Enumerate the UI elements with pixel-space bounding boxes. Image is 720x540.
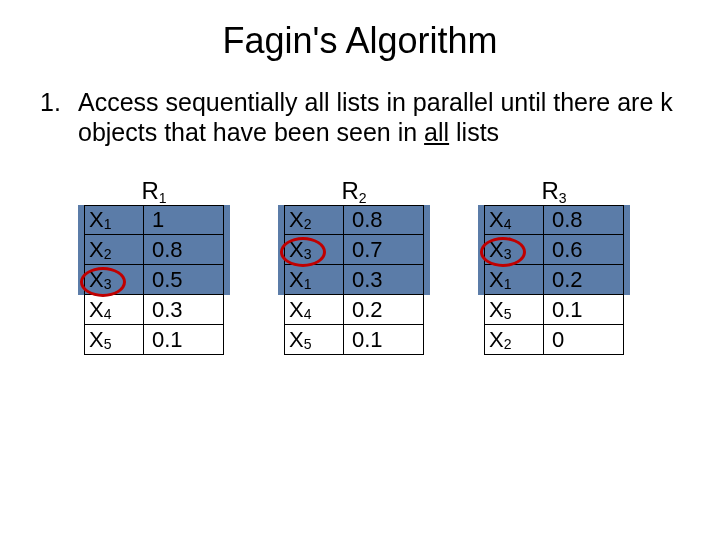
- table-row: X50.1: [484, 295, 624, 325]
- step-description: 1. Access sequentially all lists in para…: [40, 87, 680, 147]
- object-id-cell: X1: [84, 205, 144, 235]
- table-row: X30.5: [84, 265, 224, 295]
- table-row: X30.6: [484, 235, 624, 265]
- body-mid: objects that have been seen in: [78, 118, 424, 146]
- list-title: R3: [484, 177, 624, 205]
- page-title: Fagin's Algorithm: [40, 20, 680, 62]
- object-id-cell: X2: [284, 205, 344, 235]
- object-id-cell: X5: [484, 295, 544, 325]
- body-prefix: Access sequentially all lists in paralle…: [78, 88, 660, 116]
- table-row: X11: [84, 205, 224, 235]
- score-cell: 0.8: [144, 235, 224, 265]
- score-cell: 0.8: [344, 205, 424, 235]
- score-cell: 0.7: [344, 235, 424, 265]
- score-cell: 0.3: [144, 295, 224, 325]
- score-cell: 1: [144, 205, 224, 235]
- object-id-cell: X1: [484, 265, 544, 295]
- object-id-cell: X3: [84, 265, 144, 295]
- table-row: X10.3: [284, 265, 424, 295]
- step-number: 1.: [40, 87, 78, 147]
- table-row: X40.8: [484, 205, 624, 235]
- score-cell: 0.3: [344, 265, 424, 295]
- body-k: k: [660, 88, 673, 116]
- object-id-cell: X3: [484, 235, 544, 265]
- list-title: R2: [284, 177, 424, 205]
- ranked-list: R2X20.8X30.7X10.3X40.2X50.1: [284, 177, 424, 355]
- slide: Fagin's Algorithm 1. Access sequentially…: [0, 0, 720, 375]
- object-id-cell: X3: [284, 235, 344, 265]
- table-row: X20.8: [284, 205, 424, 235]
- score-cell: 0.6: [544, 235, 624, 265]
- object-id-cell: X4: [484, 205, 544, 235]
- table-row: X40.2: [284, 295, 424, 325]
- table-row: X20.8: [84, 235, 224, 265]
- score-cell: 0.2: [344, 295, 424, 325]
- table-row: X50.1: [84, 325, 224, 355]
- object-id-cell: X4: [284, 295, 344, 325]
- score-cell: 0: [544, 325, 624, 355]
- score-cell: 0.2: [544, 265, 624, 295]
- score-cell: 0.1: [144, 325, 224, 355]
- object-id-cell: X1: [284, 265, 344, 295]
- table-row: X50.1: [284, 325, 424, 355]
- object-id-cell: X5: [284, 325, 344, 355]
- tables-container: R1X11X20.8X30.5X40.3X50.1R2X20.8X30.7X10…: [40, 177, 680, 355]
- score-cell: 0.5: [144, 265, 224, 295]
- body-suffix: lists: [449, 118, 499, 146]
- step-text: Access sequentially all lists in paralle…: [78, 87, 680, 147]
- object-id-cell: X5: [84, 325, 144, 355]
- body-all: all: [424, 118, 449, 146]
- table-row: X20: [484, 325, 624, 355]
- score-cell: 0.1: [544, 295, 624, 325]
- table-row: X30.7: [284, 235, 424, 265]
- ranked-list: R1X11X20.8X30.5X40.3X50.1: [84, 177, 224, 355]
- object-id-cell: X2: [84, 235, 144, 265]
- ranked-list: R3X40.8X30.6X10.2X50.1X20: [484, 177, 624, 355]
- list-title: R1: [84, 177, 224, 205]
- score-cell: 0.1: [344, 325, 424, 355]
- score-cell: 0.8: [544, 205, 624, 235]
- object-id-cell: X2: [484, 325, 544, 355]
- table-row: X40.3: [84, 295, 224, 325]
- object-id-cell: X4: [84, 295, 144, 325]
- table-row: X10.2: [484, 265, 624, 295]
